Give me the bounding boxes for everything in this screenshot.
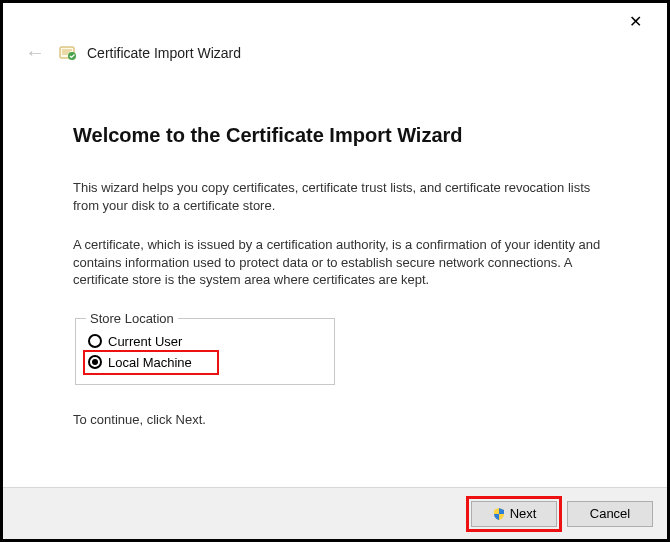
store-location-legend: Store Location — [86, 311, 178, 326]
uac-shield-icon — [492, 507, 506, 521]
wizard-title: Certificate Import Wizard — [87, 45, 241, 61]
radio-icon — [88, 355, 102, 369]
close-button[interactable]: ✕ — [617, 6, 653, 36]
radio-label: Local Machine — [108, 355, 192, 370]
wizard-footer: Next Cancel — [3, 487, 667, 539]
radio-local-machine[interactable]: Local Machine — [86, 353, 216, 372]
continue-hint: To continue, click Next. — [73, 411, 607, 429]
certificate-wizard-icon — [59, 44, 77, 62]
radio-label: Current User — [108, 334, 182, 349]
next-button-label: Next — [510, 506, 537, 521]
radio-current-user[interactable]: Current User — [86, 332, 324, 351]
titlebar: ✕ — [3, 3, 667, 39]
wizard-header: ← Certificate Import Wizard — [3, 39, 667, 74]
cancel-button[interactable]: Cancel — [567, 501, 653, 527]
wizard-content: Welcome to the Certificate Import Wizard… — [3, 74, 667, 428]
page-heading: Welcome to the Certificate Import Wizard — [73, 124, 607, 147]
explain-text: A certificate, which is issued by a cert… — [73, 236, 607, 289]
cancel-button-label: Cancel — [590, 506, 630, 521]
back-arrow-icon: ← — [21, 39, 49, 66]
svg-point-1 — [68, 52, 76, 60]
close-icon: ✕ — [629, 12, 642, 31]
store-location-group: Store Location Current User Local Machin… — [75, 311, 335, 385]
radio-icon — [88, 334, 102, 348]
next-button[interactable]: Next — [471, 501, 557, 527]
intro-text: This wizard helps you copy certificates,… — [73, 179, 607, 214]
